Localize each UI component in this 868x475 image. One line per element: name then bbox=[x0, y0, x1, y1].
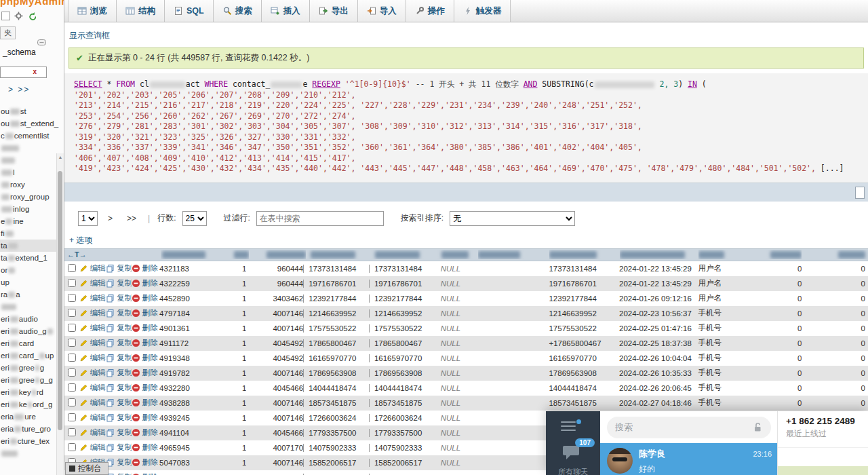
row-checkbox[interactable] bbox=[68, 428, 76, 436]
copy-row-link[interactable]: 复制 bbox=[106, 457, 131, 468]
nav-table-item[interactable] bbox=[0, 154, 64, 166]
edit-row-link[interactable]: 编辑 bbox=[79, 442, 106, 453]
copy-row-link[interactable]: 复制 bbox=[106, 413, 131, 423]
console-toggle-button[interactable]: 控制台 bbox=[65, 462, 108, 475]
row-checkbox[interactable] bbox=[68, 368, 76, 377]
edit-row-link[interactable]: 编辑 bbox=[79, 353, 106, 363]
delete-row-link[interactable]: 删除 bbox=[132, 263, 158, 273]
edit-row-link[interactable]: 编辑 bbox=[79, 278, 106, 288]
nav-folder-tab[interactable]: 夹 bbox=[0, 26, 16, 39]
sort-arrows-widget[interactable]: ←T→ bbox=[64, 250, 161, 259]
column-header[interactable] bbox=[249, 250, 306, 259]
copy-row-link[interactable]: 复制 bbox=[106, 293, 131, 303]
column-header[interactable] bbox=[435, 250, 478, 259]
column-header[interactable] bbox=[732, 250, 802, 259]
row-checkbox[interactable] bbox=[68, 324, 76, 332]
tab-insert[interactable]: 插入 bbox=[262, 0, 310, 22]
delete-row-link[interactable]: 删除 bbox=[132, 338, 158, 348]
copy-row-link[interactable]: 复制 bbox=[106, 383, 131, 393]
sql-keyword-link[interactable]: AND bbox=[524, 79, 538, 89]
filter-rows-input[interactable] bbox=[256, 211, 384, 226]
nav-table-item[interactable]: eriature_gro bbox=[0, 423, 64, 435]
copy-row-link[interactable]: 复制 bbox=[106, 442, 131, 453]
delete-row-link[interactable]: 删除 bbox=[132, 383, 158, 393]
edit-row-link[interactable]: 编辑 bbox=[79, 308, 106, 318]
scrollbar-thumb[interactable] bbox=[58, 171, 62, 430]
show-query-box-link[interactable]: 显示查询框 bbox=[69, 30, 110, 41]
column-header[interactable] bbox=[306, 250, 371, 259]
refresh-icon[interactable] bbox=[27, 12, 36, 20]
nav-table-item[interactable]: taextend_1 bbox=[0, 252, 64, 264]
column-header[interactable] bbox=[549, 250, 619, 259]
column-header[interactable] bbox=[620, 250, 698, 259]
tab-search[interactable]: 搜索 bbox=[214, 0, 262, 22]
nav-table-item[interactable]: erigreeg_g bbox=[0, 374, 64, 386]
nav-table-item[interactable]: or bbox=[0, 264, 64, 276]
nav-table-item[interactable]: roxy bbox=[0, 178, 64, 191]
chat-list-item[interactable]: 陈学良 23:16 好的 bbox=[600, 443, 777, 475]
nav-table-item[interactable]: ericture_tex bbox=[0, 435, 64, 447]
copy-row-link[interactable]: 复制 bbox=[106, 338, 131, 348]
rows-count-select[interactable]: 25 bbox=[182, 211, 207, 226]
clear-filter-icon[interactable]: x bbox=[33, 68, 37, 76]
edit-row-link[interactable]: 编辑 bbox=[79, 398, 106, 408]
all-chats-icon[interactable]: 107 bbox=[562, 444, 584, 463]
copy-row-link[interactable]: 复制 bbox=[106, 428, 131, 438]
database-name[interactable]: _schema bbox=[3, 48, 64, 57]
copy-row-link[interactable]: 复制 bbox=[106, 308, 131, 318]
home-icon[interactable] bbox=[1, 12, 10, 20]
next-page-button[interactable]: > bbox=[104, 212, 117, 225]
nav-table-item[interactable]: erikeyrd bbox=[0, 386, 64, 398]
nav-pager[interactable]: > >> bbox=[8, 85, 64, 94]
last-page-button[interactable]: >> bbox=[123, 212, 140, 225]
delete-row-link[interactable]: 删除 bbox=[132, 293, 158, 303]
sql-keyword-link[interactable]: SELECT bbox=[74, 79, 102, 89]
column-header[interactable] bbox=[229, 250, 249, 259]
delete-row-link[interactable]: 删除 bbox=[132, 398, 158, 408]
nav-table-item[interactable]: fi bbox=[0, 227, 64, 240]
hamburger-menu-icon[interactable] bbox=[561, 421, 576, 434]
column-header[interactable] bbox=[698, 250, 732, 259]
sql-keyword-link[interactable]: IN bbox=[688, 79, 697, 89]
edit-row-link[interactable]: 编辑 bbox=[79, 428, 106, 438]
edit-row-link[interactable]: 编辑 bbox=[79, 323, 106, 333]
delete-row-link[interactable]: 删除 bbox=[132, 353, 158, 363]
nav-table-item[interactable]: erikeord_g bbox=[0, 398, 64, 411]
copy-row-link[interactable]: 复制 bbox=[106, 353, 131, 363]
delete-row-link[interactable]: 删除 bbox=[132, 457, 158, 468]
delete-row-link[interactable]: 删除 bbox=[132, 323, 158, 333]
delete-row-link[interactable]: 删除 bbox=[132, 368, 158, 378]
nav-table-item[interactable]: eriaure bbox=[0, 411, 64, 423]
delete-row-link[interactable]: 删除 bbox=[132, 428, 158, 438]
page-select[interactable]: 1 bbox=[78, 211, 98, 226]
dock-icon[interactable] bbox=[37, 39, 46, 45]
scroll-up-icon[interactable]: ▲ bbox=[57, 155, 64, 159]
nav-table-item[interactable]: ccementlist bbox=[0, 130, 64, 142]
nav-table-item[interactable]: eriaudio bbox=[0, 313, 64, 325]
nav-table-item[interactable]: l bbox=[0, 166, 64, 178]
copy-row-link[interactable]: 复制 bbox=[106, 472, 131, 475]
tab-operations[interactable]: 操作 bbox=[406, 0, 454, 22]
delete-row-link[interactable]: 删除 bbox=[132, 442, 158, 453]
tab-sql[interactable]: SQL bbox=[165, 0, 214, 22]
nav-table-item[interactable] bbox=[0, 447, 64, 459]
nav-table-item[interactable] bbox=[0, 142, 64, 154]
tab-structure[interactable]: 结构 bbox=[117, 0, 165, 22]
nav-table-item[interactable]: ericard bbox=[0, 337, 64, 349]
edit-row-link[interactable]: 编辑 bbox=[79, 383, 106, 393]
nav-filter-input[interactable] bbox=[0, 66, 47, 78]
copy-row-link[interactable]: 复制 bbox=[106, 368, 131, 378]
edit-row-link[interactable]: 编辑 bbox=[79, 338, 106, 348]
delete-row-link[interactable]: 删除 bbox=[132, 472, 158, 475]
copy-row-link[interactable]: 复制 bbox=[106, 263, 131, 273]
nav-table-item[interactable]: ta bbox=[0, 240, 64, 252]
edit-row-link[interactable]: 编辑 bbox=[79, 413, 106, 423]
row-checkbox[interactable] bbox=[68, 264, 76, 272]
nav-table-item[interactable]: inlog bbox=[0, 203, 64, 215]
delete-row-link[interactable]: 删除 bbox=[132, 308, 158, 318]
copy-row-link[interactable]: 复制 bbox=[106, 323, 131, 333]
row-checkbox[interactable] bbox=[68, 279, 76, 287]
copy-row-link[interactable]: 复制 bbox=[106, 278, 131, 288]
delete-row-link[interactable]: 删除 bbox=[132, 278, 158, 288]
nav-table-item[interactable]: raa bbox=[0, 288, 64, 301]
